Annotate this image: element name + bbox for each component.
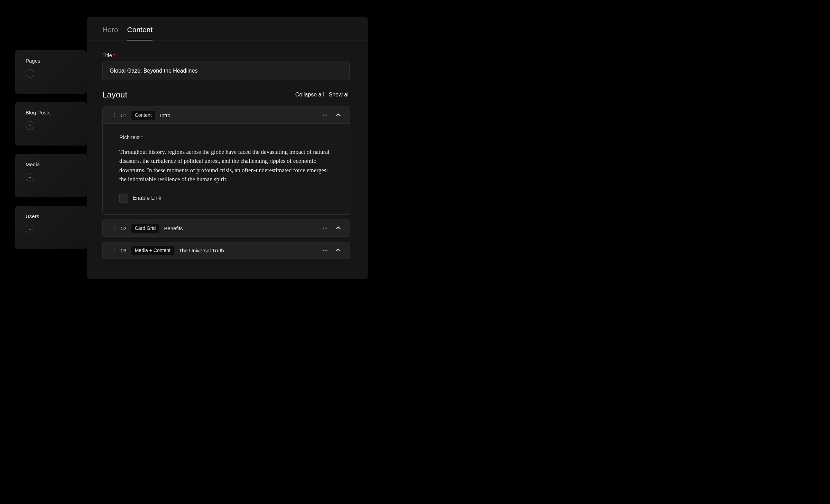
block-type-badge: Card Grid [131,224,159,233]
block-number: 02 [121,225,127,231]
svg-point-3 [323,228,324,229]
layout-actions: Collapse all Show all [295,92,350,98]
block-number: 03 [121,248,127,253]
layout-blocks: ⋮⋮ 01 Content Intro Rich [102,106,350,259]
title-input[interactable] [102,62,350,80]
block-header[interactable]: ⋮⋮ 03 Media + Content The Universal Trut… [103,242,350,259]
chevron-up-icon [336,113,341,118]
block-collapse-button[interactable] [334,224,342,232]
block-more-button[interactable] [321,224,329,232]
rich-text-label: Rich text* [119,134,333,140]
block-type-badge: Content [131,111,155,120]
block-header[interactable]: ⋮⋮ 01 Content Intro [103,107,350,123]
add-button[interactable]: + [26,225,34,233]
chevron-up-icon [336,248,341,253]
block-header[interactable]: ⋮⋮ 02 Card Grid Benefits [103,220,350,236]
enable-link-label: Enable Link [132,195,162,201]
tabs: Hero Content [87,17,368,40]
layout-header: Layout Collapse all Show all [102,90,350,100]
block-title: Intro [160,112,170,118]
block-title: The Universal Truth [179,248,224,253]
svg-point-8 [326,250,328,251]
sidebar-card-title: Blog Posts [26,110,79,115]
svg-point-2 [326,115,328,116]
block-more-button[interactable] [321,111,329,119]
block-type-badge: Media + Content [131,246,174,255]
tab-hero[interactable]: Hero [102,26,118,40]
block-body: Rich text* Throughout history, regions a… [103,123,350,214]
chevron-up-icon [336,226,341,231]
sidebar-card-title: Pages [26,58,79,64]
sidebar-card-title: Users [26,213,79,219]
svg-point-4 [325,228,326,229]
layout-block: ⋮⋮ 03 Media + Content The Universal Trut… [102,242,350,259]
block-title: Benefits [164,225,183,231]
drag-handle-icon[interactable]: ⋮⋮ [109,114,116,116]
layout-heading: Layout [102,90,127,100]
add-button[interactable]: + [26,69,34,78]
plus-icon: + [28,71,31,76]
block-collapse-button[interactable] [334,111,342,119]
required-indicator: * [113,52,116,58]
drag-handle-icon[interactable]: ⋮⋮ [109,249,116,252]
sidebar: Pages + Blog Posts + Media + Users + [15,50,87,249]
enable-link-row: Enable Link [119,194,333,203]
rich-text-content[interactable]: Throughout history, regions across the g… [119,148,333,184]
show-all-button[interactable]: Show all [329,92,350,98]
dots-icon [323,113,328,118]
drag-handle-icon[interactable]: ⋮⋮ [109,227,116,230]
sidebar-card-media[interactable]: Media + [15,154,87,197]
layout-block: ⋮⋮ 01 Content Intro Rich [102,106,350,215]
block-more-button[interactable] [321,246,329,254]
svg-point-6 [323,250,324,251]
add-button[interactable]: + [26,173,34,181]
sidebar-card-blog-posts[interactable]: Blog Posts + [15,102,87,146]
required-indicator: * [141,134,143,140]
tab-content[interactable]: Content [127,26,153,40]
svg-point-5 [326,228,328,229]
dots-icon [323,226,328,231]
sidebar-card-users[interactable]: Users + [15,206,87,249]
add-button[interactable]: + [26,121,34,130]
main-panel: Hero Content Title* Layout Collapse all … [87,17,368,279]
dots-icon [323,248,328,253]
plus-icon: + [28,227,31,232]
sidebar-card-title: Media [26,161,79,167]
sidebar-card-pages[interactable]: Pages + [15,50,87,94]
enable-link-checkbox[interactable] [119,194,128,203]
panel-body: Title* Layout Collapse all Show all ⋮⋮ 0… [87,40,368,259]
block-collapse-button[interactable] [334,246,342,254]
block-number: 01 [121,112,127,118]
svg-point-1 [325,115,326,116]
layout-block: ⋮⋮ 02 Card Grid Benefits [102,220,350,237]
plus-icon: + [28,123,31,128]
svg-point-0 [323,115,324,116]
title-field-label: Title* [102,52,352,58]
collapse-all-button[interactable]: Collapse all [295,92,324,98]
svg-point-7 [325,250,326,251]
plus-icon: + [28,175,31,180]
